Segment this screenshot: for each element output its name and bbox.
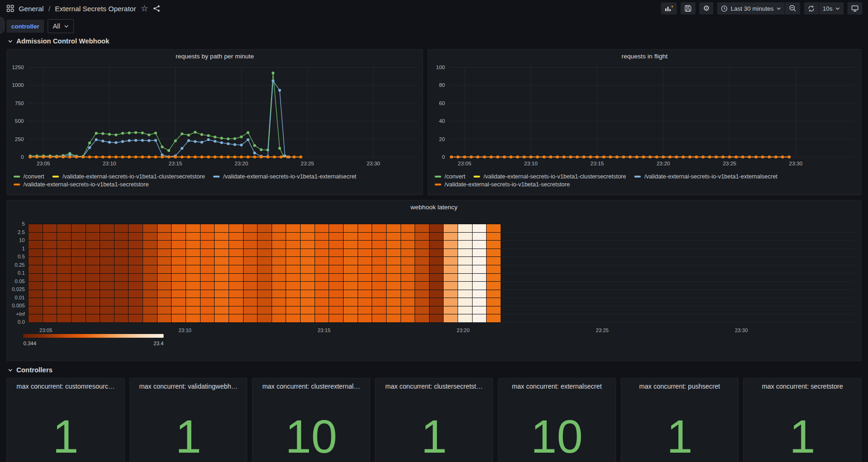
legend-item[interactable]: /validate-external-secrets-io-v1beta1-cl… (52, 173, 205, 180)
legend-item[interactable]: /validate-external-secrets-io-v1beta1-cl… (473, 173, 626, 180)
heatmap-scale-max: 23.4 (154, 341, 164, 346)
stat-title[interactable]: max concurrent: clustersecretst… (375, 378, 493, 390)
chart-legend: /convert/validate-external-secrets-io-v1… (7, 173, 423, 188)
stat-panel-clustersecretstore: max concurrent: clustersecretst… 1 (375, 378, 493, 462)
heatmap-x-label: 23:30 (735, 327, 748, 333)
stat-title[interactable]: max concurrent: pushsecret (621, 378, 739, 390)
variables-row: controller All (7, 19, 74, 33)
x-tick-label: 23:15 (590, 161, 604, 166)
dashboard-settings-button[interactable]: ⚙ (699, 2, 713, 14)
heatmap-y-label: 2.5 (7, 229, 25, 235)
stat-panel-validatingwebhook: max concurrent: validatingwebh… 1 (129, 378, 248, 462)
legend-item[interactable]: /convert (14, 173, 44, 180)
y-tick-label: 250 (15, 136, 24, 142)
zoom-out-button[interactable] (785, 2, 800, 14)
legend-swatch (473, 176, 480, 178)
panel-webhook-latency: webhook latency 52.51010.50.250.10.050.0… (7, 200, 861, 361)
share-icon[interactable] (153, 5, 161, 12)
stat-panel-externalsecret: max concurrent: externalsecret 10 (498, 378, 616, 462)
chevron-down-icon (8, 40, 13, 43)
timeseries-chart: 23:0523:1023:1523:2023:2523:300204060801… (428, 61, 861, 173)
section-header-controllers[interactable]: Controllers (8, 366, 52, 374)
stat-value: 1 (375, 413, 493, 460)
stat-value: 1 (744, 413, 861, 460)
breadcrumb-separator: / (48, 5, 50, 13)
legend-label: /validate-external-secrets-io-v1beta1-se… (445, 181, 570, 188)
y-tick-label: 0 (442, 154, 445, 160)
y-tick-label: 1250 (12, 64, 24, 70)
save-dashboard-button[interactable] (681, 2, 696, 14)
stat-value: 1 (7, 413, 124, 460)
stat-value: 1 (130, 413, 247, 460)
heatmap-color-scale: 0.344 23.4 (23, 334, 164, 346)
legend-label: /validate-external-secrets-io-v1beta1-cl… (62, 173, 205, 180)
section-header-admission-control-webhook[interactable]: Admission Control Webhook (8, 37, 109, 45)
legend-label: /convert (23, 173, 44, 180)
x-tick-label: 23:25 (301, 161, 314, 166)
heatmap-y-label: 0.5 (7, 254, 25, 259)
heatmap-x-label: 23:15 (317, 327, 330, 333)
chart-legend: /convert/validate-external-secrets-io-v1… (428, 173, 861, 188)
heatmap-y-label: 0.25 (7, 262, 25, 268)
refresh-interval-picker[interactable]: 10s (818, 2, 844, 14)
legend-item[interactable]: /validate-external-secrets-io-v1beta1-se… (14, 181, 149, 188)
apps-grid-icon[interactable] (7, 5, 14, 12)
heatmap-gradient-bar (23, 334, 164, 338)
legend-swatch (14, 176, 20, 178)
heatmap-x-label: 23:10 (179, 327, 192, 333)
legend-label: /validate-external-secrets-io-v1beta1-se… (23, 181, 149, 188)
panel-title[interactable]: requests in flight (428, 50, 861, 60)
x-tick-label: 23:15 (169, 161, 182, 166)
x-tick-label: 23:05 (36, 161, 50, 166)
legend-item[interactable]: /validate-external-secrets-io-v1beta1-ex… (213, 173, 356, 180)
stat-title[interactable]: max concurrent: clusterexternal… (252, 378, 370, 390)
legend-swatch (634, 176, 641, 178)
navbar-actions: ⚙ Last 30 minutes (661, 2, 862, 14)
stat-title[interactable]: max concurrent: secretstore (744, 378, 861, 390)
legend-item[interactable]: /validate-external-secrets-io-v1beta1-ex… (634, 173, 777, 180)
legend-item[interactable]: /convert (435, 173, 465, 180)
heatmap-y-label: 5 (7, 221, 25, 227)
heatmap-x-label: 23:05 (39, 327, 52, 333)
clock-icon (721, 5, 728, 12)
chevron-down-icon (776, 7, 781, 10)
y-tick-label: 20 (439, 136, 445, 142)
heatmap-y-label: +Inf (7, 311, 25, 317)
heatmap-scale-min: 0.344 (23, 341, 36, 346)
legend-swatch (52, 176, 59, 178)
series-line (30, 81, 289, 157)
stat-panel-secretstore: max concurrent: secretstore 1 (743, 378, 861, 462)
star-icon[interactable]: ☆ (141, 4, 148, 13)
chevron-down-icon (8, 369, 13, 372)
heatmap-y-label: 10 (7, 237, 25, 243)
breadcrumb-folder[interactable]: General (19, 5, 43, 13)
time-range-picker[interactable]: Last 30 minutes (717, 2, 785, 14)
add-panel-button[interactable] (661, 2, 677, 14)
legend-item[interactable]: /validate-external-secrets-io-v1beta1-se… (435, 181, 570, 188)
heatmap-x-label: 23:20 (457, 327, 470, 333)
time-range-label: Last 30 minutes (731, 5, 774, 12)
legend-label: /convert (445, 173, 465, 180)
breadcrumb-dashboard-title[interactable]: External Secrets Operator (55, 5, 136, 13)
stat-title[interactable]: max concurrent: customresourc… (7, 378, 124, 390)
y-tick-label: 40 (439, 118, 445, 124)
variable-value-dropdown[interactable]: All (48, 19, 74, 33)
heatmap-y-label: 1 (7, 246, 25, 251)
y-tick-label: 750 (15, 100, 24, 106)
section-title: Controllers (16, 366, 52, 374)
cycle-view-button[interactable] (847, 2, 862, 14)
refresh-button[interactable] (804, 2, 818, 14)
legend-swatch (435, 176, 441, 178)
timeseries-chart: 23:0523:1023:1523:2023:2523:300250500750… (7, 61, 423, 173)
sidebar-toggle-handle[interactable] (0, 17, 5, 34)
stat-value: 10 (498, 413, 616, 460)
stat-panel-customresource: max concurrent: customresourc… 1 (7, 378, 125, 462)
breadcrumb: General / External Secrets Operator ☆ (7, 4, 161, 13)
time-picker-group: Last 30 minutes (717, 2, 800, 14)
panel-title[interactable]: webhook latency (7, 200, 861, 211)
heatmap-y-label: 0.025 (7, 286, 25, 292)
panel-title[interactable]: requests by path per minute (7, 50, 423, 60)
stat-title[interactable]: max concurrent: validatingwebh… (130, 378, 247, 390)
stat-title[interactable]: max concurrent: externalsecret (498, 378, 616, 390)
heatmap-cells[interactable] (28, 224, 501, 323)
